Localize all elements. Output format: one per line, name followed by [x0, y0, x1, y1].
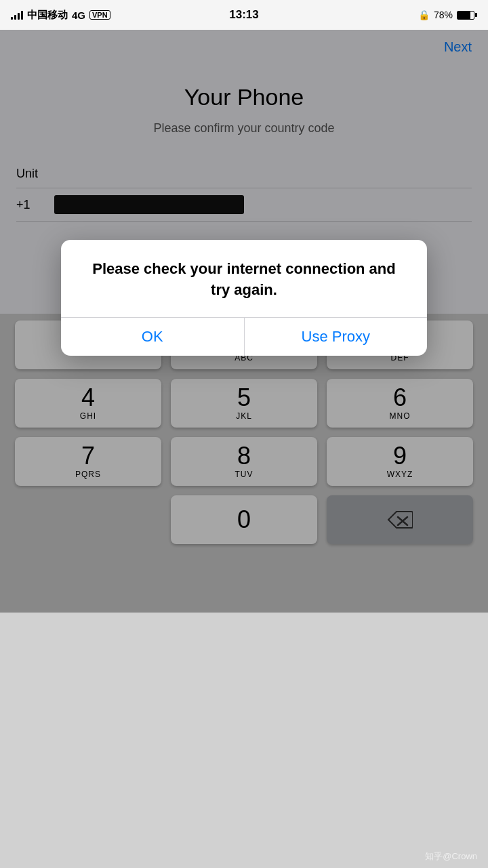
- battery-percent: 78%: [434, 9, 453, 20]
- battery-icon: [457, 11, 477, 20]
- status-bar: 中国移动 4G VPN 13:13 🔒 78%: [0, 0, 488, 30]
- alert-dialog: Please check your internet connection an…: [61, 240, 427, 356]
- ok-button[interactable]: OK: [61, 318, 244, 356]
- signal-icon: [11, 10, 23, 20]
- status-right: 🔒 78%: [418, 9, 477, 20]
- network-label: 4G: [72, 9, 85, 21]
- main-screen: Next Your Phone Please confirm your coun…: [0, 30, 488, 314]
- status-time: 13:13: [229, 8, 258, 22]
- watermark: 知乎@Crown: [425, 850, 477, 863]
- dialog-message: Please check your internet connection an…: [83, 259, 405, 301]
- dialog-body: Please check your internet connection an…: [61, 240, 427, 301]
- carrier-label: 中国移动: [27, 9, 68, 22]
- vpn-badge: VPN: [89, 10, 110, 20]
- status-left: 中国移动 4G VPN: [11, 9, 110, 22]
- dialog-buttons: OK Use Proxy: [61, 318, 427, 356]
- use-proxy-button[interactable]: Use Proxy: [245, 318, 428, 356]
- lock-icon: 🔒: [418, 9, 430, 20]
